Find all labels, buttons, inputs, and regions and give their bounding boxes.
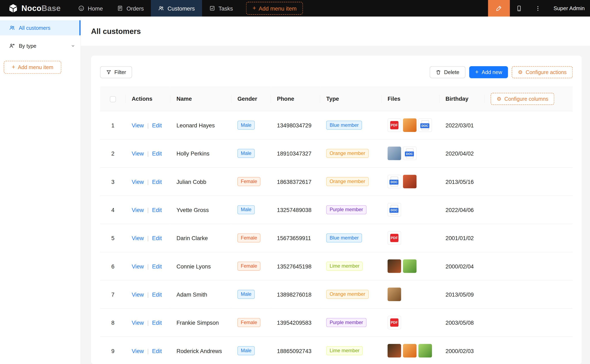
type-cell: Orange member [320,139,382,168]
phone-cell: 13954209583 [271,309,320,337]
edit-link[interactable]: Edit [152,263,162,269]
edit-link[interactable]: Edit [152,291,162,298]
photo-green-thumbnail[interactable] [418,344,432,358]
type-tag: Orange member [326,149,369,158]
app-root: NocoBase Home Orders [0,0,590,364]
nav-item-label: Customers [167,5,195,12]
nav-item-home[interactable]: Home [71,0,110,17]
more-options-button[interactable] [529,0,548,17]
row-index: 8 [100,309,126,337]
view-link[interactable]: View [132,319,144,326]
table-row: 3 View|Edit Julian Cobb Female 186383726… [100,168,573,196]
gender-tag: Male [238,205,255,214]
sidebar-add-menu-item-button[interactable]: + Add menu item [4,61,61,74]
photo-red-thumbnail[interactable] [403,175,417,188]
action-separator: | [147,178,149,185]
gender-cell: Male [232,111,271,139]
row-index: 9 [100,337,126,364]
view-link[interactable]: View [132,122,144,128]
view-link[interactable]: View [132,207,144,213]
photo-orange-thumbnail[interactable] [403,344,417,358]
configure-actions-button[interactable]: ⚙ Configure actions [512,66,573,78]
photo-green-thumbnail[interactable] [403,259,417,273]
add-new-button[interactable]: + Add new [469,66,508,78]
table-row: 1 View|Edit Leonard Hayes Male 134980347… [100,111,573,139]
sidebar-item-by-type[interactable]: By type [0,38,80,53]
photo-brown-thumbnail[interactable] [388,287,401,301]
logo-text: NocoBase [21,4,61,13]
configure-columns-button[interactable]: ⚙ Configure columns [491,93,554,105]
pdf-thumbnail[interactable]: PDF [388,118,401,132]
column-header-type: Type [320,86,382,111]
customer-name-cell: Julian Cobb [170,168,231,196]
column-header-name: Name [170,86,231,111]
nav-item-label: Orders [126,5,144,12]
birthday-cell: 2000/02/03 [439,337,485,364]
view-link[interactable]: View [132,150,144,156]
table-row: 5 View|Edit Darin Clarke Female 15673659… [100,224,573,252]
empty-cell [485,337,573,364]
empty-cell [485,309,573,337]
sidebar-item-label: All customers [19,25,51,31]
delete-button[interactable]: Delete [430,66,465,78]
column-header-birthday: Birthday [439,86,485,111]
table-row: 8 View|Edit Frankie Simpson Female 13954… [100,309,573,337]
nav-item-customers[interactable]: Customers [151,0,202,17]
doc-thumbnail[interactable]: DOC [388,203,401,216]
column-header-actions: Actions [126,86,170,111]
column-header-files: Files [382,86,439,111]
plus-icon: + [12,64,15,70]
edit-link[interactable]: Edit [152,150,162,156]
edit-link[interactable]: Edit [152,122,162,128]
row-index: 2 [100,139,126,168]
pdf-thumbnail[interactable]: PDF [388,316,401,329]
type-tag: Lime member [326,262,363,271]
sidebar-item-all-customers[interactable]: All customers [0,20,80,35]
type-cell: Lime member [320,337,382,364]
photo-dark-thumbnail[interactable] [388,259,401,273]
nav-item-orders[interactable]: Orders [110,0,151,17]
gender-cell: Male [232,280,271,309]
gender-cell: Female [232,309,271,337]
type-tag: Orange member [326,177,369,186]
doc-icon: DOC [405,151,414,156]
view-link[interactable]: View [132,347,144,354]
doc-thumbnail[interactable]: DOC [403,147,417,160]
phone-cell: 13527645198 [271,252,320,280]
customer-name-cell: Holly Perkins [170,139,231,168]
row-actions-cell: View|Edit [126,224,170,252]
nav-item-tasks[interactable]: Tasks [202,0,240,17]
row-actions-cell: View|Edit [126,111,170,139]
current-user-menu[interactable]: Super Admin [548,0,590,17]
view-link[interactable]: View [132,235,144,241]
doc-thumbnail[interactable]: DOC [418,118,432,132]
edit-link[interactable]: Edit [152,347,162,354]
photo-dark-thumbnail[interactable] [388,344,401,358]
filter-button[interactable]: Filter [100,66,132,78]
files-cell: PDFDOC [382,111,439,139]
doc-thumbnail[interactable]: DOC [388,175,401,188]
nav-add-menu-item-button[interactable]: + Add menu item [246,2,303,15]
mobile-view-button[interactable] [510,0,529,17]
row-index: 1 [100,111,126,139]
edit-link[interactable]: Edit [152,235,162,241]
edit-link[interactable]: Edit [152,319,162,326]
action-separator: | [147,263,149,269]
view-link[interactable]: View [132,178,144,185]
select-all-checkbox[interactable] [110,96,116,102]
view-link[interactable]: View [132,291,144,298]
photo-orange-thumbnail[interactable] [403,118,417,132]
gear-icon: ⚙ [518,70,523,75]
view-link[interactable]: View [132,263,144,269]
table-row: 7 View|Edit Adam Smith Male 13898276018 … [100,280,573,309]
ui-editor-button[interactable] [488,0,510,17]
filter-icon [106,70,111,75]
nocobase-logo[interactable]: NocoBase [0,0,71,17]
empty-cell [485,139,573,168]
photo-blue-thumbnail[interactable] [388,147,401,160]
row-actions-cell: View|Edit [126,280,170,309]
pdf-thumbnail[interactable]: PDF [388,231,401,245]
birthday-cell: 2022/03/01 [439,111,485,139]
edit-link[interactable]: Edit [152,178,162,185]
edit-link[interactable]: Edit [152,207,162,213]
